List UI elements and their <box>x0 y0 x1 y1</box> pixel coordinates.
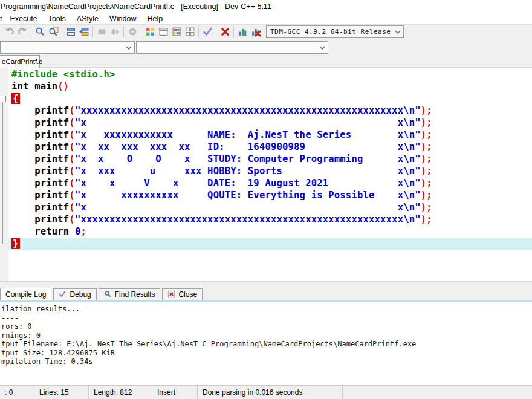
status-segment-2: Length: 812 <box>89 386 152 399</box>
compiler-select-value: TDM-GCC 4.9.2 64-bit Release <box>267 28 392 36</box>
code-line[interactable]: printf("xxxxxxxxxxxxxxxxxxxxxxxxxxxxxxxx… <box>8 213 532 225</box>
toolbar-separator <box>62 26 62 37</box>
compile-log-line: tput Filename: E:\Aj. NesT The Series\Aj… <box>1 340 532 349</box>
status-segment-0: : 0 <box>0 386 34 399</box>
syntax-check-button[interactable] <box>201 25 214 39</box>
fold-line <box>2 102 3 244</box>
code-line[interactable]: printf("x xxxxxxxxxxxx NAME: Aj.NesT the… <box>8 129 532 141</box>
log-tab-label: Find Results <box>115 290 155 299</box>
toolbar-separator <box>141 26 141 37</box>
find-in-files-button[interactable] <box>47 25 60 39</box>
code-line[interactable]: printf("x x\n"); <box>8 117 532 129</box>
menu-item-help[interactable]: Help <box>141 13 168 24</box>
log-tab-label: Close <box>178 290 197 299</box>
find-results-icon <box>104 290 112 299</box>
replace-icon <box>66 27 76 37</box>
menu-item-tools[interactable]: Tools <box>43 13 71 24</box>
log-tab-debug[interactable]: Debug <box>53 288 96 300</box>
compile-log-line: tput Size: 128.4296875 KiB <box>1 349 532 358</box>
code-line[interactable]: printf("x xxx u xxx HOBBY: Sports x\n"); <box>8 165 532 177</box>
rebuild-icon <box>128 27 138 37</box>
close-tab-icon <box>167 290 176 299</box>
delete-profiling-button[interactable] <box>249 25 262 39</box>
chevron-down-icon <box>317 45 328 50</box>
log-tab-label: Compile Log <box>5 290 46 299</box>
code-line[interactable]: printf("x x O O x STUDY: Computer Progra… <box>8 153 532 165</box>
syntax-check-icon <box>203 27 213 37</box>
run-icon <box>110 27 120 37</box>
log-tab-find-results[interactable]: Find Results <box>99 288 161 300</box>
code-line[interactable]: printf("x xx xxx xxx xx ID: 1640900989 x… <box>8 141 532 153</box>
abort-compilation-button[interactable] <box>218 25 232 39</box>
editor-tab-label: eCardPrintf.c <box>2 58 42 65</box>
compiler-select[interactable]: TDM-GCC 4.9.2 64-bit Release <box>266 25 404 38</box>
code-line[interactable]: { <box>8 92 532 105</box>
goto-line-button[interactable] <box>77 25 91 39</box>
compile-log-line: ---- <box>1 314 532 323</box>
chevron-down-icon <box>123 45 134 50</box>
fold-collapse-icon[interactable] <box>0 96 6 102</box>
toolbar-separator <box>198 26 199 37</box>
devcpp-window: Programming\NameCardProjects\NameCardPri… <box>0 0 532 399</box>
report-window-button[interactable] <box>157 25 170 39</box>
window-title: Programming\NameCardProjects\NameCardPri… <box>0 2 271 11</box>
floating-report-button[interactable] <box>170 25 183 39</box>
redo-button <box>16 25 29 39</box>
code-line[interactable]: printf("xxxxxxxxxxxxxxxxxxxxxxxxxxxxxxxx… <box>8 105 532 117</box>
class-browser-toolbar <box>0 39 532 54</box>
toolbar-separator <box>233 26 234 37</box>
compile-log-line: rnings: 0 <box>1 331 532 340</box>
run-button <box>108 25 122 39</box>
menu-bar: tExecuteToolsAStyleWindowHelp <box>0 13 532 24</box>
delete-profiling-icon <box>251 27 261 37</box>
editor-tab-namecardprintf[interactable]: eCardPrintf.c <box>0 55 40 68</box>
main-toolbar: TDM-GCC 4.9.2 64-bit Release <box>0 24 532 39</box>
abort-compilation-icon <box>220 27 230 37</box>
panel-splitter[interactable] <box>0 281 532 287</box>
log-tab-close[interactable]: Close <box>162 288 203 300</box>
code-line[interactable]: return 0; <box>8 225 532 238</box>
find-button[interactable] <box>33 25 47 39</box>
log-tab-bar: Compile LogDebugFind ResultsClose <box>0 287 532 302</box>
toolbar-separator <box>92 26 93 37</box>
rebuild-button <box>126 25 139 39</box>
profile-button[interactable] <box>236 25 249 39</box>
floating-report-icon <box>172 27 182 37</box>
find-icon <box>35 27 45 37</box>
code-line-current[interactable]: } <box>8 238 532 250</box>
goto-line-icon <box>79 27 89 37</box>
status-segment-3: Insert <box>152 386 198 399</box>
project-manager-icon <box>145 27 155 37</box>
menu-item-window[interactable]: Window <box>104 13 141 24</box>
menu-item-fragment[interactable]: t <box>0 13 4 24</box>
undo-button <box>2 25 16 39</box>
code-line[interactable]: printf("x x\n"); <box>8 201 532 213</box>
redo-icon <box>18 27 28 37</box>
title-bar: Programming\NameCardProjects\NameCardPri… <box>0 0 532 13</box>
code-line[interactable]: printf("x x V x DATE: 19 August 2021 x\n… <box>8 177 532 189</box>
chevron-down-icon <box>392 30 403 34</box>
project-manager-button[interactable] <box>143 25 157 39</box>
find-in-files-icon <box>48 27 59 37</box>
class-combo[interactable] <box>0 41 135 54</box>
fold-line-corner <box>2 244 8 244</box>
replace-button[interactable] <box>64 25 77 39</box>
code-area[interactable]: #include <stdio.h>int main(){ printf("xx… <box>8 68 532 250</box>
window-layout-button[interactable] <box>183 25 196 39</box>
status-segment-1: Lines: 15 <box>34 386 89 399</box>
code-line[interactable]: int main() <box>8 80 532 92</box>
undo-icon <box>4 27 15 37</box>
code-editor[interactable]: #include <stdio.h>int main(){ printf("xx… <box>0 68 532 281</box>
menu-item-execute[interactable]: Execute <box>4 13 42 24</box>
log-tab-compile-log[interactable]: Compile Log <box>0 288 51 300</box>
menu-item-astyle[interactable]: AStyle <box>71 13 104 24</box>
compile-log-line: rors: 0 <box>1 322 532 331</box>
toolbar-separator <box>123 26 124 37</box>
compile-button <box>95 25 108 39</box>
compile-log-panel[interactable]: ilation results...----rors: 0rnings: 0tp… <box>0 302 532 385</box>
member-combo[interactable] <box>136 41 328 54</box>
status-bar: : 0Lines: 15Length: 812InsertDone parsin… <box>0 385 532 399</box>
toolbar-separator <box>31 26 31 37</box>
code-line[interactable]: #include <stdio.h> <box>8 68 532 80</box>
code-line[interactable]: printf("x xxxxxxxxxx QOUTE: Everything i… <box>8 189 532 201</box>
